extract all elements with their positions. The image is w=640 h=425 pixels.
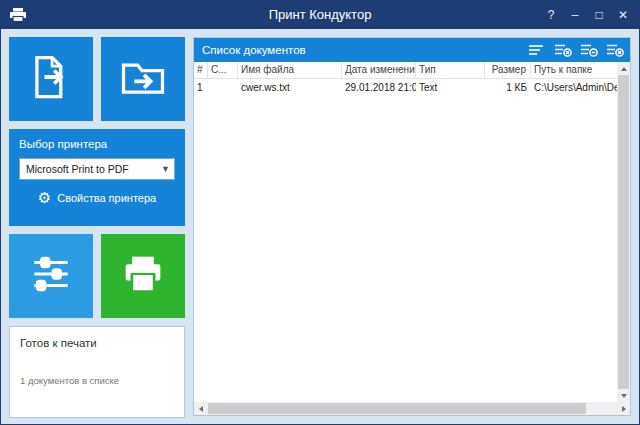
status-ready-text: Готов к печати bbox=[20, 337, 174, 349]
add-documents-button[interactable] bbox=[9, 37, 93, 121]
table-header-row: # С... Имя файла Дата изменения Тип Разм… bbox=[194, 62, 617, 79]
printer-select-value: Microsoft Print to PDF bbox=[26, 163, 157, 175]
status-panel: Готов к печати 1 документов в списке bbox=[9, 326, 185, 418]
open-folder-button[interactable] bbox=[101, 37, 185, 121]
printer-properties-label: Свойства принтера bbox=[57, 192, 156, 204]
scroll-left-icon[interactable] bbox=[194, 402, 207, 415]
column-header-status[interactable]: С... bbox=[208, 62, 238, 78]
sidebar: Выбор принтера Microsoft Print to PDF ▼ … bbox=[9, 37, 185, 416]
column-header-path[interactable]: Путь к папке bbox=[531, 62, 617, 78]
printer-panel: Выбор принтера Microsoft Print to PDF ▼ … bbox=[9, 129, 185, 226]
scroll-right-icon[interactable] bbox=[617, 402, 630, 415]
app-window: Принт Кондуктор ? – □ ✕ bbox=[0, 0, 640, 425]
status-count-text: 1 документов в списке bbox=[20, 375, 174, 386]
cell-date: 29.01.2018 21:02 bbox=[342, 82, 416, 93]
gear-icon: ⚙ bbox=[38, 190, 51, 205]
scroll-up-icon[interactable] bbox=[617, 62, 630, 75]
column-header-name[interactable]: Имя файла bbox=[238, 62, 342, 78]
sliders-icon bbox=[26, 249, 76, 303]
maximize-button[interactable]: □ bbox=[587, 1, 611, 29]
window-controls: ? – □ ✕ bbox=[539, 1, 635, 29]
list-toolbar bbox=[528, 43, 624, 57]
cell-type: Text bbox=[416, 82, 485, 93]
column-header-type[interactable]: Тип bbox=[416, 62, 485, 78]
document-list-title: Список документов bbox=[202, 44, 528, 56]
remove-selected-icon[interactable] bbox=[554, 43, 572, 57]
help-button[interactable]: ? bbox=[539, 1, 563, 29]
titlebar: Принт Кондуктор ? – □ ✕ bbox=[1, 1, 639, 29]
cell-name: cwer.ws.txt bbox=[238, 82, 342, 93]
column-header-size[interactable]: Размер bbox=[485, 62, 531, 78]
add-documents-icon bbox=[25, 51, 77, 107]
table-body: 1 cwer.ws.txt 29.01.2018 21:02 Text 1 КБ… bbox=[194, 79, 617, 402]
cell-path: C:\Users\Admin\Des bbox=[531, 82, 617, 93]
printer-properties-link[interactable]: ⚙ Свойства принтера bbox=[19, 190, 175, 205]
printer-panel-title: Выбор принтера bbox=[19, 138, 175, 150]
vertical-scrollbar[interactable] bbox=[617, 62, 630, 402]
document-list-panel: Список документов bbox=[193, 37, 631, 416]
chevron-down-icon: ▼ bbox=[157, 164, 170, 174]
vertical-scrollbar-thumb[interactable] bbox=[618, 75, 629, 389]
scroll-down-icon[interactable] bbox=[617, 389, 630, 402]
printer-icon bbox=[117, 248, 169, 304]
close-button[interactable]: ✕ bbox=[611, 1, 635, 29]
document-list-header: Список документов bbox=[194, 38, 630, 62]
column-header-num[interactable]: # bbox=[194, 62, 208, 78]
folder-open-icon bbox=[117, 51, 169, 107]
table-row[interactable]: 1 cwer.ws.txt 29.01.2018 21:02 Text 1 КБ… bbox=[194, 79, 617, 95]
main-content: Выбор принтера Microsoft Print to PDF ▼ … bbox=[1, 29, 639, 424]
settings-button[interactable] bbox=[9, 234, 93, 318]
horizontal-scrollbar[interactable] bbox=[194, 402, 630, 415]
remove-completed-icon[interactable] bbox=[580, 43, 598, 57]
cell-num: 1 bbox=[194, 82, 208, 93]
printer-select[interactable]: Microsoft Print to PDF ▼ bbox=[19, 158, 175, 180]
print-button[interactable] bbox=[101, 234, 185, 318]
minimize-button[interactable]: – bbox=[563, 1, 587, 29]
horizontal-scrollbar-thumb[interactable] bbox=[208, 403, 586, 414]
column-header-date[interactable]: Дата изменения bbox=[342, 62, 416, 78]
list-options-icon[interactable] bbox=[528, 43, 546, 57]
clear-list-icon[interactable] bbox=[606, 43, 624, 57]
cell-size: 1 КБ bbox=[485, 82, 531, 93]
